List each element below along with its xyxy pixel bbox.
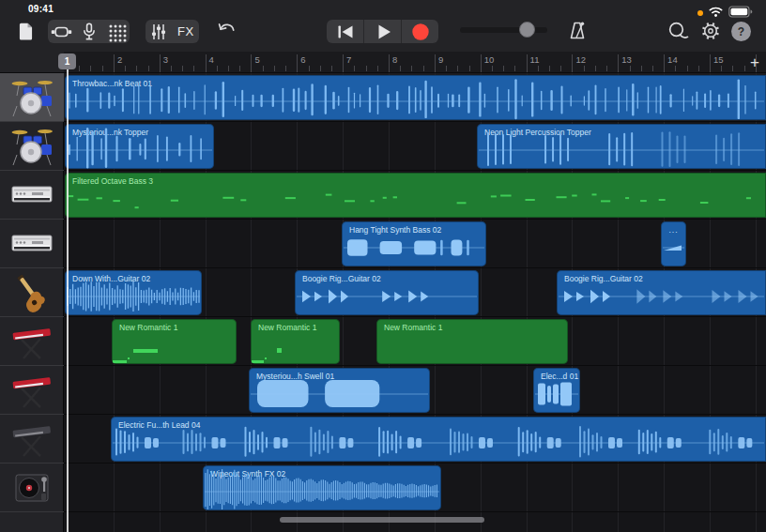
beat-tick bbox=[492, 66, 493, 71]
audio-region[interactable]: Hang Tight Synth Bass 02 bbox=[342, 221, 486, 266]
audio-region[interactable]: ... bbox=[661, 221, 686, 266]
beat-tick bbox=[721, 66, 722, 71]
settings-button[interactable] bbox=[697, 19, 725, 43]
beat-tick bbox=[630, 66, 631, 71]
recording-indicator-dot bbox=[697, 10, 703, 16]
bar-number: 9 bbox=[438, 54, 443, 65]
track-row-divider bbox=[64, 414, 766, 415]
track-controls-button[interactable] bbox=[48, 20, 75, 43]
bar-number: 14 bbox=[667, 54, 678, 65]
beat-tick bbox=[331, 66, 332, 71]
midi-region[interactable]: New Romantic 1 bbox=[251, 319, 340, 364]
beat-tick bbox=[584, 66, 585, 71]
timeline-ruler[interactable]: 23456789101112131415 bbox=[64, 52, 766, 73]
audio-region[interactable]: Down With...Guitar 02 bbox=[65, 270, 202, 315]
beat-tick bbox=[125, 66, 126, 71]
region-waveform bbox=[661, 221, 686, 266]
region-waveform bbox=[477, 124, 766, 169]
rewind-button[interactable] bbox=[327, 20, 363, 43]
midi-region[interactable]: Filtered Octave Bass 3 bbox=[65, 173, 766, 218]
browser-grid-button[interactable] bbox=[102, 20, 130, 43]
beat-tick bbox=[274, 66, 275, 71]
add-bars-button[interactable]: + bbox=[744, 53, 765, 72]
audio-region[interactable]: Mysteriou...nk Topper bbox=[65, 124, 214, 169]
track-header-turntable[interactable] bbox=[0, 464, 64, 512]
audio-region[interactable]: Mysteriou...h Swell 01 bbox=[249, 368, 430, 413]
horizontal-scrollbar[interactable] bbox=[280, 517, 484, 523]
metronome-button[interactable] bbox=[563, 19, 591, 43]
track-row-divider bbox=[64, 511, 766, 512]
midi-region[interactable]: New Romantic 1 bbox=[112, 319, 237, 364]
undo-button[interactable] bbox=[212, 19, 240, 43]
beat-tick bbox=[469, 66, 470, 71]
microphone-button[interactable] bbox=[75, 20, 102, 43]
playhead-handle[interactable]: 1 bbox=[58, 53, 76, 69]
region-waveform bbox=[65, 270, 202, 315]
help-button[interactable]: ? bbox=[731, 22, 751, 41]
region-waveform bbox=[249, 368, 430, 413]
beat-tick bbox=[171, 66, 172, 71]
track-row-divider bbox=[64, 267, 766, 268]
audio-region[interactable]: Electric Fu...th Lead 04 bbox=[111, 417, 766, 462]
beat-tick bbox=[400, 66, 401, 71]
region-label: Neon Light Percussion Topper bbox=[484, 128, 591, 137]
help-label: ? bbox=[738, 25, 744, 38]
play-button[interactable] bbox=[363, 20, 401, 43]
region-label: Elec...d 01 bbox=[541, 372, 578, 381]
view-buttons-group bbox=[48, 20, 130, 43]
region-label: New Romantic 1 bbox=[119, 323, 177, 332]
beat-tick bbox=[354, 66, 355, 71]
track-header-keys-2[interactable] bbox=[0, 220, 64, 268]
garageband-app: 09:41 FX ? bbox=[0, 0, 766, 532]
track-header-keys-1[interactable] bbox=[0, 171, 64, 220]
audio-region[interactable]: Neon Light Percussion Topper bbox=[477, 124, 766, 169]
playhead-line bbox=[67, 53, 69, 532]
beat-tick bbox=[263, 66, 264, 71]
beat-tick bbox=[377, 66, 378, 71]
bar-line bbox=[297, 54, 298, 73]
bar-line bbox=[481, 54, 482, 73]
bar-line bbox=[251, 54, 252, 73]
track-header-drums-1[interactable] bbox=[0, 73, 64, 122]
track-header-drums-2[interactable] bbox=[0, 122, 64, 171]
track-header-synth-red-1[interactable] bbox=[0, 317, 64, 366]
electric-guitar-icon bbox=[9, 272, 54, 313]
turntable-icon bbox=[9, 467, 54, 509]
track-row-divider bbox=[64, 219, 766, 220]
bar-line bbox=[572, 54, 573, 73]
region-waveform bbox=[342, 221, 486, 266]
audio-region[interactable]: Elec...d 01 bbox=[533, 368, 580, 413]
beat-tick bbox=[675, 66, 676, 71]
region-label: Wipeout Synth FX 02 bbox=[210, 469, 285, 479]
track-header-synth-red-2[interactable] bbox=[0, 366, 64, 415]
audio-region[interactable]: Wipeout Synth FX 02 bbox=[203, 465, 441, 510]
track-row-divider bbox=[64, 316, 766, 317]
bar-number: 3 bbox=[163, 54, 168, 65]
loop-browser-button[interactable] bbox=[664, 19, 692, 43]
midi-region[interactable]: New Romantic 1 bbox=[376, 319, 568, 364]
track-header-guitar[interactable] bbox=[0, 268, 64, 317]
volume-knob[interactable] bbox=[519, 22, 535, 38]
master-volume-slider[interactable] bbox=[460, 27, 547, 33]
beat-tick bbox=[193, 66, 194, 71]
audio-region[interactable]: Throwbac...nk Beat 01 bbox=[65, 75, 766, 120]
documents-button[interactable] bbox=[11, 19, 39, 43]
region-waveform bbox=[65, 173, 766, 218]
bar-number: 12 bbox=[575, 54, 586, 65]
beat-tick bbox=[652, 66, 653, 71]
bar-line bbox=[664, 54, 665, 73]
audio-region[interactable]: Boogie Rig...Guitar 02 bbox=[557, 270, 766, 315]
region-waveform bbox=[557, 270, 766, 315]
mixer-button[interactable] bbox=[146, 20, 173, 43]
track-header-synth-dark[interactable] bbox=[0, 415, 64, 464]
dark-keyboard-icon bbox=[9, 418, 54, 460]
beat-tick bbox=[732, 66, 733, 71]
audio-region[interactable]: Boogie Rig...Guitar 02 bbox=[295, 270, 479, 315]
bar-number: 6 bbox=[300, 54, 305, 65]
record-button[interactable] bbox=[401, 20, 438, 43]
transport-group bbox=[327, 20, 438, 43]
region-waveform bbox=[111, 417, 766, 462]
beat-tick bbox=[641, 66, 642, 71]
fx-button[interactable]: FX bbox=[173, 20, 200, 43]
bar-number: 10 bbox=[484, 54, 495, 65]
